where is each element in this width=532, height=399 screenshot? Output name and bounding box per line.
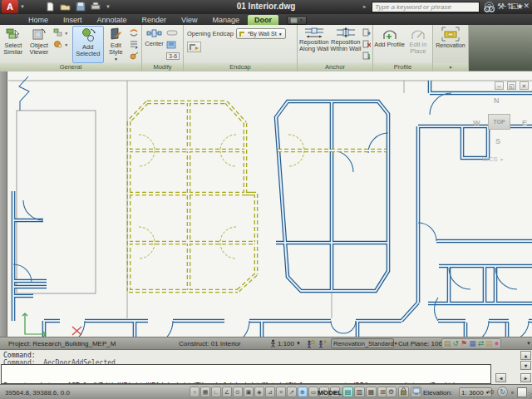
- viewcube-west[interactable]: W: [473, 119, 480, 127]
- flag-icon[interactable]: ⚑: [461, 339, 467, 348]
- renovation-button[interactable]: Renovation: [434, 26, 467, 63]
- dynamic-input-toggle[interactable]: ⊕: [298, 387, 308, 397]
- tab-render[interactable]: Render: [135, 15, 174, 25]
- drawing-close-icon[interactable]: ✕: [520, 81, 529, 90]
- left-palette-strip[interactable]: [0, 71, 7, 337]
- swap-style-button[interactable]: [128, 27, 140, 38]
- model-tab-button[interactable]: ▤: [342, 387, 353, 397]
- endcap-style-combo[interactable]: *By Wall St ▼: [236, 28, 286, 39]
- panel-title-general[interactable]: General: [0, 63, 141, 71]
- otrack-toggle[interactable]: ◈: [254, 387, 264, 397]
- annotation-refresh-icon[interactable]: ↻: [497, 387, 508, 397]
- anchor-release-button[interactable]: [362, 39, 372, 50]
- anchor-set-button[interactable]: [362, 27, 372, 38]
- drawing-restore-icon[interactable]: ◱: [507, 81, 516, 90]
- quickview-layouts-button[interactable]: ▦: [366, 387, 377, 397]
- qat-new-icon[interactable]: [46, 2, 55, 12]
- panel-title-profile[interactable]: Profile: [373, 63, 432, 71]
- qat-save-icon[interactable]: [76, 2, 86, 12]
- layout-tab-button[interactable]: ▥: [354, 387, 365, 397]
- endcap-override-button[interactable]: [187, 42, 201, 52]
- import-style-button[interactable]: [128, 39, 140, 50]
- regenerate-icon[interactable]: ↺: [453, 339, 460, 348]
- command-vertical-scrollbar[interactable]: ▲ ▼: [520, 351, 531, 370]
- app-menu-dropdown-icon[interactable]: ▼: [20, 4, 25, 9]
- ortho-toggle[interactable]: ∟: [211, 387, 221, 397]
- apply-tool-button[interactable]: [128, 51, 140, 62]
- center-button[interactable]: Center: [143, 26, 165, 63]
- command-prompt-box[interactable]: Insert point or [STyle/WIdth/HEight/HEAd…: [1, 364, 491, 384]
- tab-extra-button[interactable]: ▼: [287, 16, 307, 25]
- panel-title-modify[interactable]: Modify: [142, 63, 183, 71]
- drawing-minimize-icon[interactable]: –: [495, 81, 504, 90]
- viewcube-wcs-menu[interactable]: WCS ▼: [482, 155, 504, 163]
- annotation-autoscale-icon[interactable]: [318, 339, 327, 348]
- scroll-right-icon[interactable]: ▶: [520, 373, 531, 382]
- clean-screen-button[interactable]: [517, 387, 527, 397]
- edit-style-button[interactable]: Edit Style ▼: [104, 26, 129, 63]
- lock-ui-icon[interactable]: [398, 387, 409, 397]
- sheet-icon[interactable]: ▤: [485, 339, 493, 348]
- viewcube-top[interactable]: TOP: [488, 114, 510, 130]
- tab-insert[interactable]: Insert: [57, 15, 89, 25]
- osnap-3d-toggle[interactable]: ▣: [244, 387, 254, 397]
- osnap-toggle[interactable]: ⊙: [233, 387, 243, 397]
- viewcube-east[interactable]: E: [522, 119, 527, 127]
- isolate-objects-button[interactable]: ▼: [52, 27, 72, 38]
- minimize-icon[interactable]: –: [502, 2, 506, 10]
- select-similar-button[interactable]: Select Similar: [1, 26, 26, 63]
- ducs-toggle[interactable]: ⊿: [265, 387, 275, 397]
- snap-toggle[interactable]: ＋: [190, 387, 200, 397]
- qat-dropdown-icon[interactable]: ▼: [106, 4, 111, 9]
- door-leaf-button[interactable]: [165, 39, 182, 50]
- renovation-panel-arrow[interactable]: ▼: [433, 63, 468, 71]
- panel-title-endcap[interactable]: Endcap: [184, 63, 297, 71]
- qat-plot-icon[interactable]: [91, 2, 101, 12]
- floor-plan[interactable]: [0, 71, 532, 337]
- coordinates-display[interactable]: 39564.8, 39388.6, 0.0: [5, 389, 70, 397]
- qat-open-icon[interactable]: [60, 2, 71, 12]
- project-label[interactable]: Project: Research_Building_MEP_M: [8, 340, 116, 347]
- door-swing-button[interactable]: [165, 27, 182, 38]
- display-configuration-select[interactable]: Renovation_Standard ▼: [331, 338, 394, 348]
- tab-manage[interactable]: Manage: [205, 15, 246, 25]
- reposition-within-wall-button[interactable]: Reposition Within Wall: [330, 26, 362, 63]
- layer-key-icon[interactable]: ▦: [469, 339, 476, 348]
- help-icon[interactable]: ?: [485, 2, 494, 11]
- high-detail-icon[interactable]: [411, 387, 421, 397]
- door-size-button[interactable]: 3-6: [165, 51, 182, 62]
- panel-title-anchor[interactable]: Anchor: [298, 63, 372, 71]
- viewcube-north[interactable]: N: [494, 96, 500, 105]
- command-horizontal-scrollbar[interactable]: ◀ ▶: [495, 373, 531, 382]
- search-input[interactable]: [372, 2, 480, 12]
- elevation-label[interactable]: Elevation:: [423, 389, 452, 397]
- status-bar-menu-icon[interactable]: ▼: [526, 341, 531, 346]
- marker-icon[interactable]: ●: [495, 339, 499, 348]
- anchor-flip-button[interactable]: [362, 51, 372, 62]
- reposition-along-wall-button[interactable]: Reposition Along Wall: [298, 26, 330, 63]
- scroll-left-icon[interactable]: ◀: [495, 373, 506, 382]
- search-flyout-icon[interactable]: ▸: [363, 3, 367, 10]
- scroll-down-icon[interactable]: ▼: [520, 361, 531, 370]
- workspace-gear-icon[interactable]: ⚙: [386, 387, 397, 397]
- polar-toggle[interactable]: ∠: [222, 387, 232, 397]
- resize-grip[interactable]: [529, 392, 532, 399]
- drawing-area[interactable]: N W TOP E S WCS ▼ – ◱ ✕: [0, 71, 532, 337]
- annotation-scale-control[interactable]: 1:100 ▼: [270, 339, 301, 347]
- scroll-up-icon[interactable]: ▲: [520, 351, 531, 360]
- edit-style-dropdown-icon[interactable]: ▼: [114, 56, 118, 62]
- quickprops-toggle[interactable]: ↗: [287, 387, 297, 397]
- close-icon[interactable]: ✕: [523, 2, 530, 10]
- sync-icon[interactable]: ⇄: [478, 339, 485, 348]
- replace-z-icon[interactable]: +0: [487, 389, 494, 395]
- tab-view[interactable]: View: [175, 15, 204, 25]
- restore-icon[interactable]: ◱: [511, 2, 519, 10]
- add-selected-button[interactable]: Add Selected: [72, 26, 104, 63]
- surface-hatch-icon[interactable]: ▤: [444, 339, 451, 348]
- annotation-visibility-icon[interactable]: [306, 339, 315, 348]
- lineweight-toggle[interactable]: ≡: [276, 387, 286, 397]
- object-viewer-button[interactable]: Object Viewer: [26, 26, 53, 63]
- app-logo-icon[interactable]: A: [2, 0, 18, 13]
- model-space-label[interactable]: MODEL: [318, 389, 342, 397]
- viewcube-south[interactable]: S: [495, 137, 500, 145]
